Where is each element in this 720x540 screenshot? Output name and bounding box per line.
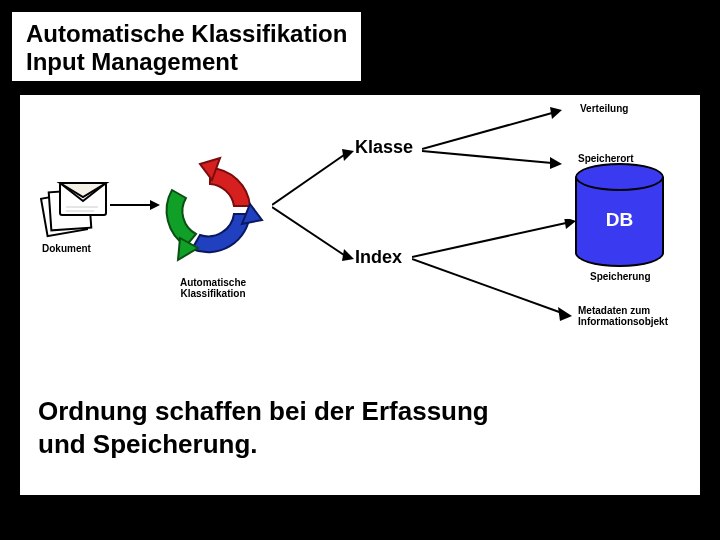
branch-arrows [272,145,362,265]
svg-line-21 [412,259,562,313]
database-icon: DB [575,165,660,265]
svg-line-11 [272,155,344,205]
svg-line-17 [422,151,552,163]
svg-marker-14 [342,249,354,261]
svg-marker-12 [342,149,354,161]
svg-marker-16 [550,107,562,119]
index-outputs-arrows [412,219,592,329]
svg-marker-18 [550,157,562,169]
output-metadaten: Metadaten zum Informationsobjekt [578,305,668,327]
svg-line-15 [422,113,552,149]
recycle-icon [150,150,270,270]
svg-line-13 [272,207,344,255]
diagram-canvas: Dokument Automatische Klassifikation Kla… [20,95,700,495]
svg-line-19 [412,223,566,257]
db-caption: Speicherung [590,271,651,282]
output-verteilung: Verteilung [580,103,628,114]
slide-title: Automatische Klassifikation Input Manage… [10,10,363,83]
branch-index-label: Index [355,247,402,268]
title-line-2: Input Management [26,48,347,76]
branch-klasse-label: Klasse [355,137,413,158]
document-icon [40,175,110,235]
document-label: Dokument [42,243,91,254]
slide-caption: Ordnung schaffen bei der Erfassung und S… [38,395,489,460]
classify-label: Automatische Klassifikation [168,277,258,299]
klasse-outputs-arrows [422,103,572,193]
title-line-1: Automatische Klassifikation [26,20,347,48]
svg-marker-22 [558,307,572,321]
db-label: DB [575,209,664,231]
